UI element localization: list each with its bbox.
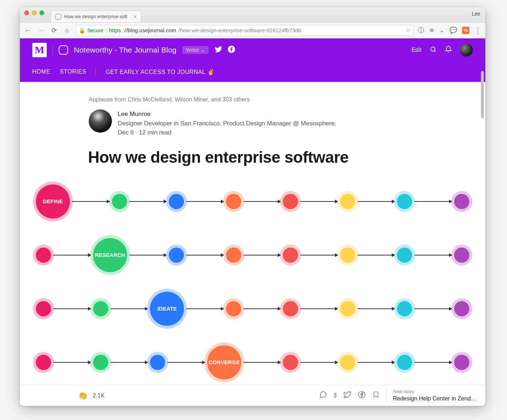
pocket-icon[interactable]: ⌄ [439, 26, 444, 34]
author-meta: Lee Munroe Designer Developer in San Fra… [118, 109, 336, 137]
site-header: M Noteworthy - The Journal Blog Writer ⌄ [20, 38, 485, 82]
diagram-node [397, 194, 412, 209]
diagram-node-label: CONVERGE [209, 359, 240, 365]
diagram-arrow [167, 362, 205, 363]
diagram-arrow [186, 255, 224, 255]
bookmark-star-icon[interactable]: ☆ [406, 27, 410, 34]
user-avatar[interactable] [460, 43, 473, 57]
next-story-title: Redesign Help Center in Zend… [393, 395, 477, 403]
header-divider [53, 45, 53, 55]
window-controls [24, 7, 44, 22]
forward-button[interactable]: → [37, 26, 45, 34]
diagram-arrow [243, 308, 281, 309]
scrollbar[interactable] [481, 71, 484, 118]
date-read-time: Dec 6 · 12 min read [118, 128, 336, 137]
diagram-node-ideate: IDEATE [150, 292, 184, 326]
author-name[interactable]: Lee Munroe [118, 109, 336, 119]
diagram-node-research: RESEARCH [93, 238, 127, 272]
blog-icon[interactable] [59, 45, 68, 55]
browser-tab[interactable]: How we design enterprise soft × [51, 11, 141, 22]
svg-point-1 [431, 47, 435, 51]
medium-logo[interactable]: M [32, 43, 47, 57]
diagram-node [226, 194, 241, 209]
diagram-arrow [300, 308, 338, 309]
nav-divider [96, 68, 96, 75]
edit-link[interactable]: Edit [411, 47, 422, 53]
diagram-arrow [129, 255, 167, 255]
next-story-label: Next story [393, 389, 477, 395]
diagram-node [340, 194, 355, 209]
diagram-node-label: DEFINE [43, 198, 63, 204]
diagram-node [169, 248, 184, 263]
diagram-row: IDEATE [36, 292, 469, 326]
comment-count: 3 [334, 392, 337, 399]
next-story[interactable]: Next story Redesign Help Center in Zend… [386, 389, 477, 403]
close-window-button[interactable] [24, 11, 29, 15]
diagram-arrow [300, 362, 338, 363]
browser-profile-name[interactable]: Lee [472, 11, 480, 17]
diagram-arrow [53, 255, 91, 255]
diagram-node [36, 248, 51, 263]
bell-icon[interactable] [445, 46, 452, 55]
diagram-arrow [243, 201, 281, 202]
facebook-share-icon[interactable] [358, 391, 366, 400]
reload-button[interactable]: ⟳ [50, 26, 58, 34]
search-icon[interactable] [430, 46, 437, 55]
author-avatar[interactable] [89, 109, 112, 133]
extension-box-icon[interactable]: % [462, 27, 469, 34]
facebook-icon[interactable] [227, 45, 235, 55]
diagram-node [397, 355, 412, 370]
url-scheme: https [109, 27, 121, 33]
clap-count: 2.1K [93, 392, 105, 399]
stack-icon[interactable]: ≋ [429, 26, 434, 34]
diagram-node [93, 301, 108, 316]
titlebar: How we design enterprise soft × Lee [20, 7, 485, 22]
bookmark-icon[interactable] [372, 391, 380, 400]
diagram-arrow [129, 201, 167, 202]
info-icon[interactable]: ⓘ [418, 26, 424, 34]
diagram-row: DEFINE [36, 184, 469, 219]
browser-toolbar: ← → ⟳ ⌂ 🔒 Secure | https ://blog.usejour… [20, 22, 485, 38]
diagram-node [454, 301, 469, 316]
diagram-node [150, 355, 165, 370]
nav-early-access[interactable]: GET EARLY ACCESS TO JOURNAL ✌️ [105, 68, 214, 75]
diagram-node [454, 248, 469, 263]
diagram-node [340, 248, 355, 263]
nav-stories[interactable]: STORIES [60, 68, 86, 75]
clap-icon[interactable]: 👏 [78, 391, 88, 400]
nav-home[interactable]: HOME [32, 68, 50, 75]
diagram-arrow [414, 255, 452, 255]
twitter-icon[interactable] [214, 45, 222, 55]
secure-label: Secure [87, 28, 103, 33]
diagram-arrow [110, 308, 148, 309]
chat-icon[interactable]: 💬 [449, 26, 457, 34]
minimize-window-button[interactable] [32, 11, 37, 15]
diagram-node [397, 248, 412, 263]
home-button[interactable]: ⌂ [63, 27, 71, 34]
tab-title: How we design enterprise soft [64, 14, 131, 19]
blog-title[interactable]: Noteworthy - The Journal Blog [74, 46, 176, 54]
diagram-arrow [243, 255, 281, 255]
diagram-node [36, 355, 51, 370]
diagram-node-label: IDEATE [157, 305, 177, 312]
browser-menu-icon[interactable]: ⋮ [474, 26, 482, 35]
diagram-node [226, 301, 241, 316]
back-button[interactable]: ← [24, 26, 32, 34]
close-tab-icon[interactable]: × [134, 14, 137, 20]
process-diagram: DEFINERESEARCHIDEATECONVERGE [20, 166, 485, 379]
maximize-window-button[interactable] [39, 11, 44, 15]
diagram-node [36, 301, 51, 316]
diagram-arrow [186, 201, 224, 202]
comment-icon[interactable] [319, 391, 327, 400]
extension-icons: ⓘ ≋ ⌄ 💬 % ⋮ [418, 26, 482, 35]
diagram-node [340, 301, 355, 316]
diagram-arrow [357, 255, 395, 255]
diagram-node [226, 248, 241, 263]
diagram-node [454, 194, 469, 209]
address-bar[interactable]: 🔒 Secure | https ://blog.usejournal.com … [76, 25, 414, 36]
site-header-top: M Noteworthy - The Journal Blog Writer ⌄ [32, 38, 473, 62]
url-separator: | [105, 27, 107, 33]
writer-badge[interactable]: Writer ⌄ [182, 46, 209, 54]
twitter-share-icon[interactable] [343, 391, 351, 400]
page-content: M Noteworthy - The Journal Blog Writer ⌄ [20, 38, 485, 406]
